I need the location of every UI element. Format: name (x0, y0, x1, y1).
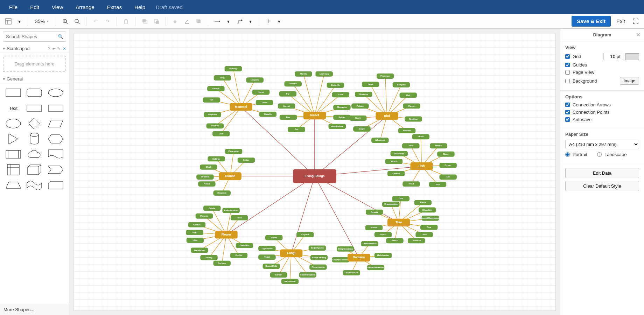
svg-text:Ant: Ant (295, 128, 298, 130)
svg-text:Indian: Indian (243, 159, 249, 161)
shape-triangle[interactable] (4, 133, 22, 145)
panel-title: Diagram ✕ (560, 29, 644, 41)
pageview-checkbox[interactable] (565, 70, 570, 75)
svg-text:Asian: Asian (204, 182, 210, 185)
svg-text:Fungi: Fungi (287, 251, 295, 255)
svg-text:Ascomycota: Ascomycota (312, 266, 325, 268)
grid-color-swatch[interactable] (625, 53, 639, 60)
search-shapes-input[interactable] (3, 31, 66, 42)
layout-icon[interactable] (4, 16, 13, 26)
menu-view[interactable]: View (46, 1, 69, 13)
svg-text:Human: Human (225, 174, 235, 178)
shape-cylinder[interactable] (25, 133, 43, 145)
shape-process[interactable] (4, 148, 22, 160)
fullscreen-icon[interactable] (631, 16, 640, 26)
scratchpad-dropzone[interactable]: Drag elements here (3, 56, 66, 72)
shape-document[interactable] (47, 148, 65, 160)
conn-arrows-checkbox[interactable] (565, 103, 570, 107)
zoom-in-icon[interactable] (60, 16, 70, 26)
autosave-checkbox[interactable] (565, 117, 570, 122)
help-icon[interactable]: ? (48, 46, 50, 51)
more-shapes-button[interactable]: More Shapes... (0, 304, 69, 315)
connection-icon[interactable] (212, 16, 222, 26)
scratchpad-header[interactable]: ▾ Scratchpad ? + ✎ ✕ (0, 44, 69, 53)
svg-text:Mushroom: Mushroom (285, 280, 296, 282)
svg-text:Pine: Pine (427, 226, 432, 228)
shape-rect2[interactable] (25, 102, 43, 114)
search-icon: 🔍 (58, 34, 63, 39)
shape-rounded-rect[interactable] (25, 87, 43, 99)
exit-button[interactable]: Exit (614, 16, 627, 26)
shape-hexagon[interactable] (47, 133, 65, 145)
right-panel: Diagram ✕ View Grid Guides Page View Bac… (560, 29, 644, 315)
svg-text:Horse: Horse (258, 91, 264, 93)
shape-internal-storage[interactable] (4, 164, 22, 176)
svg-line-8 (78, 22, 79, 24)
close-scratchpad-icon[interactable]: ✕ (63, 46, 66, 51)
svg-text:Petunia: Petunia (200, 215, 208, 217)
svg-text:Bass: Bass (443, 153, 449, 155)
portrait-radio[interactable] (565, 152, 570, 157)
line-color-icon (182, 16, 192, 26)
background-checkbox[interactable] (565, 79, 570, 83)
shape-text[interactable]: Text (4, 102, 22, 114)
shape-rect3[interactable] (47, 102, 65, 114)
undo-icon[interactable]: ↶ (91, 16, 100, 26)
shape-diamond[interactable] (25, 118, 43, 130)
close-panel-icon[interactable]: ✕ (636, 31, 640, 38)
clear-style-button[interactable]: Clear Default Style (565, 181, 639, 191)
edit-data-button[interactable]: Edit Data (565, 168, 639, 178)
shape-cube[interactable] (25, 164, 43, 176)
guides-checkbox[interactable] (565, 63, 570, 67)
grid-size-input[interactable] (603, 53, 622, 60)
shape-cloud[interactable] (25, 148, 43, 160)
shape-ellipse[interactable] (47, 87, 65, 99)
svg-text:Staphylococcus: Staphylococcus (332, 258, 349, 261)
general-header[interactable]: ▾ General (0, 75, 69, 83)
paper-size-select[interactable]: A4 (210 mm x 297 mm) (565, 140, 639, 149)
svg-text:Zebra: Zebra (261, 101, 267, 104)
grid-checkbox[interactable] (565, 54, 570, 59)
menu-extras[interactable]: Extras (101, 1, 128, 13)
conn-points-checkbox[interactable] (565, 110, 570, 114)
svg-text:Streptococcus: Streptococcus (338, 247, 353, 250)
menu-arrange[interactable]: Arrange (69, 1, 100, 13)
menu-file[interactable]: File (3, 1, 24, 13)
shape-card[interactable] (47, 179, 65, 191)
add-shape-icon[interactable]: + (52, 46, 55, 51)
canvas[interactable]: DonkeyDogLeopardGiraffeHorseCatZebraElep… (69, 29, 560, 315)
shape-rectangle[interactable] (4, 87, 22, 99)
zoom-out-icon[interactable] (72, 16, 82, 26)
svg-text:Heliobacter: Heliobacter (377, 254, 389, 256)
svg-text:Spider: Spider (338, 116, 345, 118)
svg-text:Acacia: Acacia (371, 211, 378, 213)
svg-text:Hawk: Hawk (355, 117, 361, 119)
shape-tape[interactable] (25, 179, 43, 191)
svg-text:Fish: Fish (419, 164, 425, 168)
svg-text:Donkey: Donkey (229, 67, 237, 70)
waypoint-icon[interactable] (234, 16, 244, 26)
svg-text:Insect: Insect (310, 113, 319, 117)
save-exit-button[interactable]: Save & Exit (572, 16, 611, 27)
background-image-button[interactable]: Image (620, 77, 639, 85)
svg-line-4 (66, 22, 68, 24)
svg-text:Lilac: Lilac (192, 239, 198, 241)
svg-text:Tulip: Tulip (192, 231, 197, 233)
shape-ellipse2[interactable] (4, 118, 22, 130)
shape-step[interactable] (47, 164, 65, 176)
svg-text:Poppy: Poppy (206, 256, 212, 259)
shape-trapezoid[interactable] (4, 179, 22, 191)
shape-parallelogram[interactable] (47, 118, 65, 130)
add-icon[interactable]: + (263, 16, 273, 26)
svg-text:Gazelle: Gazelle (264, 113, 272, 115)
zoom-level[interactable]: 35%▾ (32, 19, 51, 24)
menu-help[interactable]: Help (128, 1, 152, 13)
svg-text:Trout: Trout (408, 182, 414, 185)
menu-edit[interactable]: Edit (24, 1, 46, 13)
edit-icon[interactable]: ✎ (57, 46, 61, 51)
delete-icon (121, 16, 131, 26)
svg-text:Pigeon: Pigeon (408, 105, 415, 107)
svg-text:Falcon: Falcon (357, 105, 364, 107)
redo-icon[interactable]: ↷ (103, 16, 112, 26)
landscape-radio[interactable] (597, 152, 602, 157)
